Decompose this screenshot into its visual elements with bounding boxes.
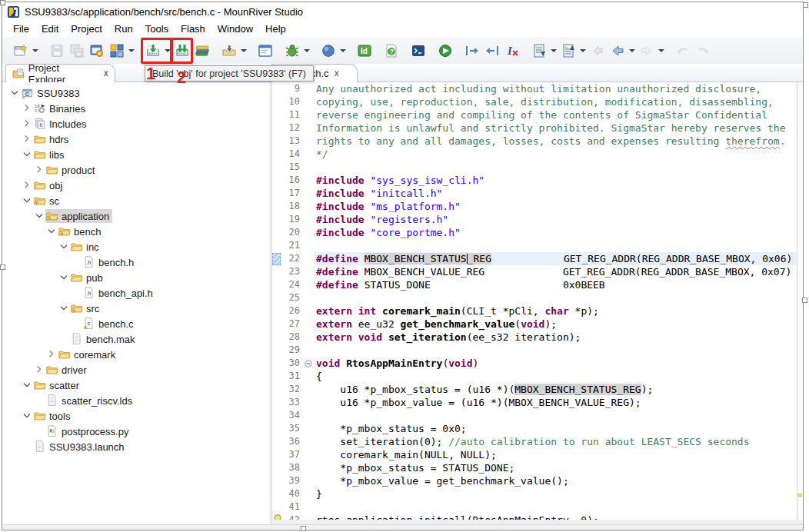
collapse-icon[interactable] <box>58 271 70 284</box>
code-text[interactable]: #define STATUS_DONE 0x0BEEB <box>315 278 803 291</box>
tree-item-core[interactable]: .hbench.h <box>82 255 137 269</box>
menu-project[interactable]: Project <box>65 22 108 35</box>
code-text[interactable]: #include "ms_platform.h" <box>315 200 803 213</box>
perspective-dropdown-icon[interactable] <box>127 41 136 61</box>
tree-item-libs[interactable]: libs <box>2 147 269 162</box>
tree-item-core[interactable]: 1001Binaries <box>33 101 88 115</box>
code-text[interactable]: #include "core_portme.h" <box>315 226 803 239</box>
tree-item-driver[interactable]: driver <box>2 362 269 377</box>
new-wizard-button[interactable] <box>11 41 31 61</box>
code-text[interactable]: u16 *p_mbox_status = (u16 *)(MBOX_BENCH_… <box>315 383 803 396</box>
close-icon[interactable]: ☓ <box>335 68 339 79</box>
code-text[interactable]: set_iteration(0); //auto calibration to … <box>315 435 803 448</box>
code-text[interactable] <box>315 239 803 252</box>
tree-item-sc[interactable]: sc <box>2 193 269 208</box>
selection-handle[interactable] <box>803 2 808 8</box>
menu-tools[interactable]: Tools <box>139 22 175 35</box>
menu-flash[interactable]: Flash <box>175 22 211 35</box>
code-text[interactable]: extern int coremark_main(CLI_t *pCli, ch… <box>315 304 803 318</box>
code-text[interactable]: reverse engineering and compiling of the… <box>315 108 803 121</box>
tree-item-binaries[interactable]: 1001Binaries <box>2 101 269 116</box>
selection-handle[interactable] <box>0 0 5 5</box>
undo-button[interactable] <box>673 41 693 61</box>
selection-handle[interactable] <box>301 526 306 531</box>
terminal-button[interactable] <box>408 41 428 61</box>
tree-item-core[interactable]: scatter_riscv.lds <box>45 394 135 407</box>
code-text[interactable]: extern ee_u32 get_benchmark_value(void); <box>315 318 803 331</box>
run-button[interactable] <box>318 41 338 61</box>
tree-item-core[interactable]: sc <box>33 194 62 208</box>
tree-item-core[interactable]: c!bench.c <box>82 317 137 331</box>
collapse-icon[interactable] <box>21 195 33 207</box>
download-dropdown-icon[interactable] <box>239 41 248 61</box>
expand-icon[interactable] <box>21 133 33 145</box>
library-button[interactable] <box>192 41 212 61</box>
tree-item-core[interactable]: scatter <box>33 378 82 392</box>
tree-item-postprocess-py[interactable]: postprocess.py <box>2 424 269 439</box>
resume-button[interactable] <box>435 41 455 61</box>
collapse-icon[interactable] <box>21 379 33 391</box>
tree-item-scatter-riscv-lds[interactable]: scatter_riscv.lds <box>2 393 269 408</box>
collapse-icon[interactable] <box>58 302 70 314</box>
menu-edit[interactable]: Edit <box>35 22 65 35</box>
tree-item-ssu9383[interactable]: CSSU9383 <box>2 85 269 101</box>
tree-item-core[interactable]: SSU9383.launch <box>33 440 128 454</box>
code-text[interactable]: copying, use, reproduction, sale, distri… <box>315 95 803 108</box>
code-text[interactable]: *p_mbox_status = STATUS_DONE; <box>315 461 803 474</box>
new-wizard-dropdown-icon[interactable] <box>31 41 40 61</box>
debug-button[interactable] <box>282 41 302 61</box>
collapse-icon[interactable] <box>33 210 45 222</box>
tree-item-application[interactable]: application <box>2 208 269 224</box>
expand-icon[interactable] <box>33 164 45 176</box>
menu-run[interactable]: Run <box>108 22 139 35</box>
expand-icon[interactable] <box>21 102 33 115</box>
collapse-icon[interactable] <box>58 241 70 253</box>
help-doc-button[interactable]: ? <box>381 41 401 61</box>
redo-button[interactable] <box>693 41 713 61</box>
perspective-button[interactable] <box>107 41 127 61</box>
menu-window[interactable]: Window <box>211 22 259 35</box>
prev-annotation-button[interactable] <box>558 41 578 61</box>
code-text[interactable]: #include "initcall.h" <box>315 187 803 200</box>
tree-item-core[interactable]: tools <box>33 409 73 423</box>
id-button[interactable]: Id <box>355 41 375 61</box>
tree-item-bench[interactable]: bench <box>2 224 269 239</box>
build-settings-button[interactable] <box>87 41 107 61</box>
code-text[interactable] <box>315 291 803 304</box>
tree-item-core[interactable]: coremark <box>58 347 118 361</box>
build-project-button[interactable] <box>143 41 163 61</box>
expand-icon[interactable] <box>21 118 33 130</box>
code-text[interactable]: coremark_main(NULL, NULL); <box>315 448 803 461</box>
selection-handle[interactable] <box>0 264 5 270</box>
collapse-icon[interactable] <box>8 87 21 99</box>
project-explorer-tree[interactable]: CSSU93831001BinarieshIncludeshdrslibspro… <box>2 82 269 524</box>
close-icon[interactable]: ☓ <box>104 68 108 79</box>
overview-ruler[interactable] <box>797 82 803 524</box>
download-button[interactable] <box>219 41 239 61</box>
code-editor[interactable]: 9Any unauthorized act including without … <box>272 82 803 524</box>
run-dropdown-icon[interactable] <box>338 41 348 61</box>
selection-handle[interactable] <box>802 298 807 303</box>
code-text[interactable]: *p_mbox_value = get_benchmark_value(); <box>315 474 803 487</box>
collapse-icon[interactable] <box>21 410 33 422</box>
code-text[interactable]: extern void set_iteration(ee_s32 iterati… <box>315 331 803 344</box>
tree-item-scatter[interactable]: scatter <box>2 377 269 393</box>
next-annotation-dropdown-icon[interactable] <box>549 41 558 61</box>
format-button[interactable]: I <box>502 41 522 61</box>
code-text[interactable]: } <box>315 487 803 500</box>
tree-item-includes[interactable]: hIncludes <box>2 116 269 131</box>
tree-item-core[interactable]: bench <box>58 224 104 238</box>
tree-item-tools[interactable]: tools <box>2 408 269 424</box>
tree-item-core[interactable]: driver <box>45 363 90 377</box>
code-text[interactable]: #include "registers.h" <box>315 213 803 226</box>
code-text[interactable]: { <box>315 370 803 383</box>
code-text[interactable]: #define MBOX_BENCH_VALUE_REG GET_REG_ADD… <box>315 265 803 278</box>
tree-item-inc[interactable]: inc <box>2 239 269 254</box>
warning-mark[interactable] <box>798 494 802 497</box>
code-text[interactable] <box>315 344 803 357</box>
build-all-button[interactable] <box>172 41 192 61</box>
menu-help[interactable]: Help <box>259 22 292 35</box>
tree-item-core[interactable]: postprocess.py <box>45 424 132 438</box>
forward-dropdown-icon[interactable] <box>657 41 666 61</box>
menu-file[interactable]: File <box>7 22 35 35</box>
